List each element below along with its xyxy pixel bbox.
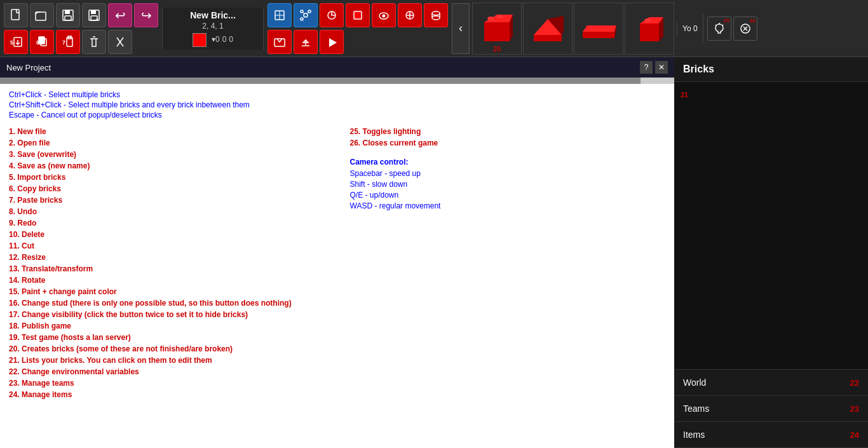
bricks-list-area: 21: [674, 82, 868, 369]
help-item-5: 5. Import bricks: [9, 173, 325, 182]
delete-button[interactable]: [82, 30, 106, 54]
close-game-button[interactable]: 26: [733, 17, 757, 41]
help-item-9: 9. Redo: [9, 219, 325, 227]
redo-button[interactable]: ↪: [134, 3, 158, 27]
help-item-24: 24. Manage items: [9, 390, 325, 399]
right-nav: World22Teams23Items24: [674, 369, 868, 448]
brick-preview-3[interactable]: [574, 3, 623, 55]
brick-number-20: 20: [493, 45, 501, 53]
camera-section: Camera control:Spacebar - speed upShift …: [350, 158, 666, 210]
transform-button[interactable]: [320, 3, 344, 27]
toolbar-row-1: + ↩ ↪: [4, 3, 158, 27]
nav-item-label-items: Items: [683, 430, 705, 440]
help-item-19: 19. Test game (hosts a lan server): [9, 333, 325, 342]
help-item-6: 6. Copy bricks: [9, 184, 325, 193]
brick-preview-4[interactable]: [625, 3, 674, 55]
help-item-7: 7. Paste bricks: [9, 196, 325, 205]
nav-item-label-teams: Teams: [683, 404, 709, 414]
new-file-button[interactable]: [4, 3, 28, 27]
toolbar-mid-icons: 15 16 17 18 19: [264, 1, 452, 57]
help-item-4: 4. Save as (new name): [9, 161, 325, 170]
svg-line-60: [722, 25, 723, 26]
svg-text:5: 5: [10, 39, 13, 46]
help-item-right-1: 25. Toggles lighting: [350, 127, 666, 136]
close-button[interactable]: ✕: [655, 61, 668, 74]
right-row-1: 25 26: [707, 17, 757, 41]
publish-button[interactable]: 18: [294, 30, 318, 54]
import-bricks-button[interactable]: 5: [4, 30, 28, 54]
nav-item-items[interactable]: Items24: [674, 422, 868, 448]
network-button[interactable]: [294, 3, 318, 27]
help-titlebar: New Project ? ✕: [0, 57, 674, 78]
yo-label: Yo 0: [682, 24, 698, 33]
bricks-header: Bricks: [674, 57, 868, 82]
svg-point-39: [432, 16, 440, 20]
svg-line-29: [308, 12, 309, 13]
help-item-22: 22. Change environmental variables: [9, 367, 325, 376]
paint-button[interactable]: [346, 3, 370, 27]
camera-item-2: Shift - slow down: [350, 180, 666, 189]
visibility-button[interactable]: 15: [398, 3, 422, 27]
svg-rect-3: [65, 10, 70, 14]
brick-nav-left[interactable]: ‹: [452, 3, 470, 54]
help-item-right-2: 26. Closes current game: [350, 139, 666, 147]
open-file-button[interactable]: [30, 3, 54, 27]
scrollbar[interactable]: [0, 78, 674, 84]
shortcut-3: Escape - Cancel out of popup/deselect br…: [9, 111, 665, 119]
window-title: New Project: [6, 63, 51, 72]
cut-button[interactable]: [108, 30, 132, 54]
help-item-18: 18. Publish game: [9, 322, 325, 330]
toggle-lighting-button[interactable]: 25: [707, 17, 731, 41]
help-item-10: 10. Delete: [9, 230, 325, 239]
shortcut-2: Ctrl+Shift+Click - Select multiple brick…: [9, 100, 665, 109]
yo-area: Yo 0: [677, 22, 703, 36]
svg-point-24: [304, 13, 308, 17]
select-button[interactable]: [268, 3, 292, 27]
coord-y: ▾0: [212, 35, 220, 44]
help-panel: New Project ? ✕ Ctrl+Click - Select mult…: [0, 57, 674, 448]
save-as-button[interactable]: +: [82, 3, 106, 27]
brick-previews: 20: [470, 0, 677, 57]
help-item-15: 15. Paint + change paint color: [9, 287, 325, 296]
svg-point-36: [432, 11, 440, 15]
test-game-button[interactable]: 19: [320, 30, 344, 54]
stud-button[interactable]: 16: [424, 3, 448, 27]
shortcut-1: Ctrl+Click - Select multiple bricks: [9, 90, 665, 99]
change-visibility-button[interactable]: 17: [268, 30, 292, 54]
nav-item-number-items: 24: [850, 430, 859, 440]
mid-row-1: 15 16: [268, 3, 448, 27]
camera-item-1: Spacebar - speed up: [350, 169, 666, 178]
nav-item-world[interactable]: World22: [674, 370, 868, 396]
nav-item-teams[interactable]: Teams23: [674, 396, 868, 422]
coords-text: 2, 4, 1: [202, 22, 223, 31]
nav-item-number-world: 22: [850, 378, 859, 388]
help-items-right: 25. Toggles lighting26. Closes current g…: [350, 127, 666, 402]
toolbar-center: New Bric... 2, 4, 1 ▾0 0 0: [162, 8, 264, 50]
brick-preview-20[interactable]: 20: [472, 3, 522, 55]
scrollbar-thumb: [0, 78, 641, 84]
brick-preview-2[interactable]: [523, 3, 573, 55]
help-item-17: 17. Change visibility (click the button …: [9, 310, 325, 319]
help-item-16: 16. Change stud (there is only one possi…: [9, 299, 325, 308]
eye-button[interactable]: [372, 3, 396, 27]
svg-point-57: [644, 18, 651, 22]
right-panel: Bricks 21 World22Teams23Items24: [674, 57, 868, 448]
color-swatch[interactable]: [193, 33, 207, 47]
main-area: New Project ? ✕ Ctrl+Click - Select mult…: [0, 57, 868, 448]
help-item-20: 20. Creates bricks (some of these are no…: [9, 344, 325, 353]
help-item-1: 1. New file: [9, 127, 325, 136]
copy-bricks-button[interactable]: 6: [30, 30, 54, 54]
svg-point-46: [487, 17, 494, 20]
svg-rect-0: [11, 10, 19, 20]
paste-bricks-button[interactable]: 7: [56, 30, 80, 54]
camera-title: Camera control:: [350, 158, 666, 166]
svg-marker-43: [484, 22, 510, 41]
undo-button[interactable]: ↩: [108, 3, 132, 27]
minimize-button[interactable]: ?: [640, 61, 653, 74]
project-title-display: New Bric...: [190, 10, 236, 20]
svg-text:7: 7: [62, 39, 65, 46]
camera-item-3: Q/E - up/down: [350, 191, 666, 200]
yo-row: ▾0 0 0: [193, 32, 233, 47]
svg-text:+: +: [95, 17, 98, 22]
save-button[interactable]: [56, 3, 80, 27]
